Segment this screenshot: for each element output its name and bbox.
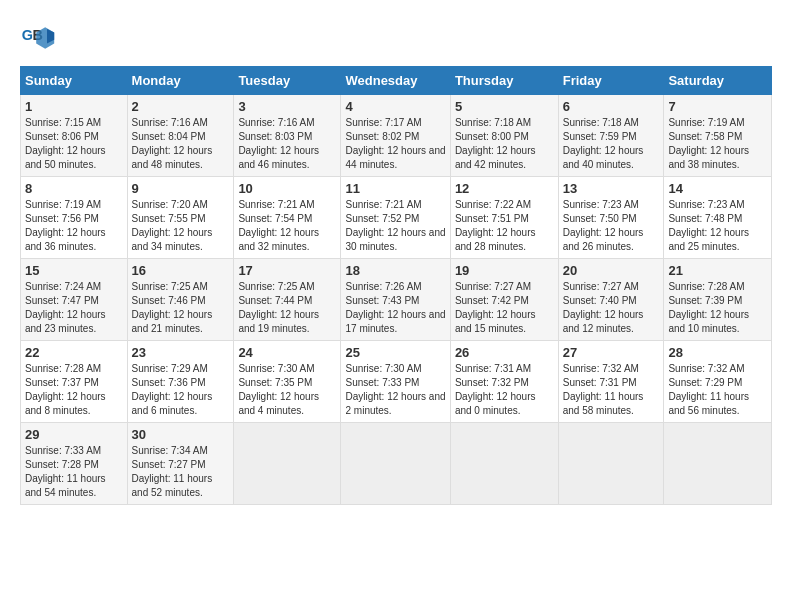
day-number: 11: [345, 181, 445, 196]
calendar-day-cell: 25 Sunrise: 7:30 AMSunset: 7:33 PMDaylig…: [341, 341, 450, 423]
calendar-day-cell: 6 Sunrise: 7:18 AMSunset: 7:59 PMDayligh…: [558, 95, 664, 177]
page-header: G B: [20, 20, 772, 56]
calendar-day-cell: 17 Sunrise: 7:25 AMSunset: 7:44 PMDaylig…: [234, 259, 341, 341]
day-number: 25: [345, 345, 445, 360]
day-info: Sunrise: 7:26 AMSunset: 7:43 PMDaylight:…: [345, 280, 445, 336]
day-info: Sunrise: 7:33 AMSunset: 7:28 PMDaylight:…: [25, 444, 123, 500]
calendar-day-cell: 30 Sunrise: 7:34 AMSunset: 7:27 PMDaylig…: [127, 423, 234, 505]
day-number: 28: [668, 345, 767, 360]
day-info: Sunrise: 7:32 AMSunset: 7:31 PMDaylight:…: [563, 362, 660, 418]
day-number: 3: [238, 99, 336, 114]
day-number: 6: [563, 99, 660, 114]
day-info: Sunrise: 7:19 AMSunset: 7:56 PMDaylight:…: [25, 198, 123, 254]
day-number: 20: [563, 263, 660, 278]
calendar-day-cell: 8 Sunrise: 7:19 AMSunset: 7:56 PMDayligh…: [21, 177, 128, 259]
day-number: 5: [455, 99, 554, 114]
day-number: 19: [455, 263, 554, 278]
day-info: Sunrise: 7:31 AMSunset: 7:32 PMDaylight:…: [455, 362, 554, 418]
weekday-header-wednesday: Wednesday: [341, 67, 450, 95]
day-number: 12: [455, 181, 554, 196]
day-info: Sunrise: 7:27 AMSunset: 7:42 PMDaylight:…: [455, 280, 554, 336]
calendar-day-cell: [664, 423, 772, 505]
weekday-header-saturday: Saturday: [664, 67, 772, 95]
weekday-header-sunday: Sunday: [21, 67, 128, 95]
day-info: Sunrise: 7:18 AMSunset: 8:00 PMDaylight:…: [455, 116, 554, 172]
day-number: 8: [25, 181, 123, 196]
day-info: Sunrise: 7:29 AMSunset: 7:36 PMDaylight:…: [132, 362, 230, 418]
calendar-day-cell: 24 Sunrise: 7:30 AMSunset: 7:35 PMDaylig…: [234, 341, 341, 423]
day-number: 14: [668, 181, 767, 196]
day-number: 23: [132, 345, 230, 360]
calendar-day-cell: 22 Sunrise: 7:28 AMSunset: 7:37 PMDaylig…: [21, 341, 128, 423]
calendar-week-row: 8 Sunrise: 7:19 AMSunset: 7:56 PMDayligh…: [21, 177, 772, 259]
day-info: Sunrise: 7:15 AMSunset: 8:06 PMDaylight:…: [25, 116, 123, 172]
day-info: Sunrise: 7:25 AMSunset: 7:46 PMDaylight:…: [132, 280, 230, 336]
day-number: 22: [25, 345, 123, 360]
day-info: Sunrise: 7:16 AMSunset: 8:04 PMDaylight:…: [132, 116, 230, 172]
day-info: Sunrise: 7:16 AMSunset: 8:03 PMDaylight:…: [238, 116, 336, 172]
day-info: Sunrise: 7:19 AMSunset: 7:58 PMDaylight:…: [668, 116, 767, 172]
calendar-day-cell: 28 Sunrise: 7:32 AMSunset: 7:29 PMDaylig…: [664, 341, 772, 423]
day-info: Sunrise: 7:22 AMSunset: 7:51 PMDaylight:…: [455, 198, 554, 254]
calendar-day-cell: 4 Sunrise: 7:17 AMSunset: 8:02 PMDayligh…: [341, 95, 450, 177]
day-number: 7: [668, 99, 767, 114]
day-info: Sunrise: 7:25 AMSunset: 7:44 PMDaylight:…: [238, 280, 336, 336]
logo: G B: [20, 20, 60, 56]
weekday-header-monday: Monday: [127, 67, 234, 95]
day-number: 13: [563, 181, 660, 196]
day-number: 27: [563, 345, 660, 360]
day-info: Sunrise: 7:18 AMSunset: 7:59 PMDaylight:…: [563, 116, 660, 172]
calendar-day-cell: 18 Sunrise: 7:26 AMSunset: 7:43 PMDaylig…: [341, 259, 450, 341]
calendar-day-cell: 14 Sunrise: 7:23 AMSunset: 7:48 PMDaylig…: [664, 177, 772, 259]
calendar-week-row: 15 Sunrise: 7:24 AMSunset: 7:47 PMDaylig…: [21, 259, 772, 341]
day-info: Sunrise: 7:34 AMSunset: 7:27 PMDaylight:…: [132, 444, 230, 500]
calendar-day-cell: 3 Sunrise: 7:16 AMSunset: 8:03 PMDayligh…: [234, 95, 341, 177]
calendar-day-cell: 12 Sunrise: 7:22 AMSunset: 7:51 PMDaylig…: [450, 177, 558, 259]
calendar-day-cell: 13 Sunrise: 7:23 AMSunset: 7:50 PMDaylig…: [558, 177, 664, 259]
day-info: Sunrise: 7:30 AMSunset: 7:33 PMDaylight:…: [345, 362, 445, 418]
svg-text:G: G: [22, 27, 33, 43]
weekday-header-tuesday: Tuesday: [234, 67, 341, 95]
day-info: Sunrise: 7:23 AMSunset: 7:50 PMDaylight:…: [563, 198, 660, 254]
logo-icon: G B: [20, 20, 56, 56]
day-number: 29: [25, 427, 123, 442]
calendar-day-cell: 2 Sunrise: 7:16 AMSunset: 8:04 PMDayligh…: [127, 95, 234, 177]
calendar-day-cell: 11 Sunrise: 7:21 AMSunset: 7:52 PMDaylig…: [341, 177, 450, 259]
calendar-day-cell: 26 Sunrise: 7:31 AMSunset: 7:32 PMDaylig…: [450, 341, 558, 423]
day-number: 26: [455, 345, 554, 360]
day-number: 21: [668, 263, 767, 278]
day-info: Sunrise: 7:23 AMSunset: 7:48 PMDaylight:…: [668, 198, 767, 254]
calendar-day-cell: 20 Sunrise: 7:27 AMSunset: 7:40 PMDaylig…: [558, 259, 664, 341]
day-info: Sunrise: 7:24 AMSunset: 7:47 PMDaylight:…: [25, 280, 123, 336]
day-number: 15: [25, 263, 123, 278]
day-info: Sunrise: 7:17 AMSunset: 8:02 PMDaylight:…: [345, 116, 445, 172]
day-number: 16: [132, 263, 230, 278]
calendar-day-cell: 29 Sunrise: 7:33 AMSunset: 7:28 PMDaylig…: [21, 423, 128, 505]
calendar-day-cell: 19 Sunrise: 7:27 AMSunset: 7:42 PMDaylig…: [450, 259, 558, 341]
calendar-day-cell: 21 Sunrise: 7:28 AMSunset: 7:39 PMDaylig…: [664, 259, 772, 341]
day-number: 9: [132, 181, 230, 196]
day-number: 18: [345, 263, 445, 278]
day-number: 30: [132, 427, 230, 442]
day-number: 1: [25, 99, 123, 114]
day-number: 17: [238, 263, 336, 278]
day-number: 2: [132, 99, 230, 114]
calendar-week-row: 1 Sunrise: 7:15 AMSunset: 8:06 PMDayligh…: [21, 95, 772, 177]
calendar-week-row: 29 Sunrise: 7:33 AMSunset: 7:28 PMDaylig…: [21, 423, 772, 505]
day-info: Sunrise: 7:21 AMSunset: 7:52 PMDaylight:…: [345, 198, 445, 254]
calendar-week-row: 22 Sunrise: 7:28 AMSunset: 7:37 PMDaylig…: [21, 341, 772, 423]
calendar-day-cell: 23 Sunrise: 7:29 AMSunset: 7:36 PMDaylig…: [127, 341, 234, 423]
day-info: Sunrise: 7:28 AMSunset: 7:37 PMDaylight:…: [25, 362, 123, 418]
day-number: 4: [345, 99, 445, 114]
day-info: Sunrise: 7:28 AMSunset: 7:39 PMDaylight:…: [668, 280, 767, 336]
calendar-day-cell: 1 Sunrise: 7:15 AMSunset: 8:06 PMDayligh…: [21, 95, 128, 177]
calendar-day-cell: 9 Sunrise: 7:20 AMSunset: 7:55 PMDayligh…: [127, 177, 234, 259]
day-number: 24: [238, 345, 336, 360]
calendar-day-cell: 7 Sunrise: 7:19 AMSunset: 7:58 PMDayligh…: [664, 95, 772, 177]
day-number: 10: [238, 181, 336, 196]
day-info: Sunrise: 7:20 AMSunset: 7:55 PMDaylight:…: [132, 198, 230, 254]
day-info: Sunrise: 7:32 AMSunset: 7:29 PMDaylight:…: [668, 362, 767, 418]
calendar-day-cell: [450, 423, 558, 505]
calendar-day-cell: [234, 423, 341, 505]
day-info: Sunrise: 7:27 AMSunset: 7:40 PMDaylight:…: [563, 280, 660, 336]
